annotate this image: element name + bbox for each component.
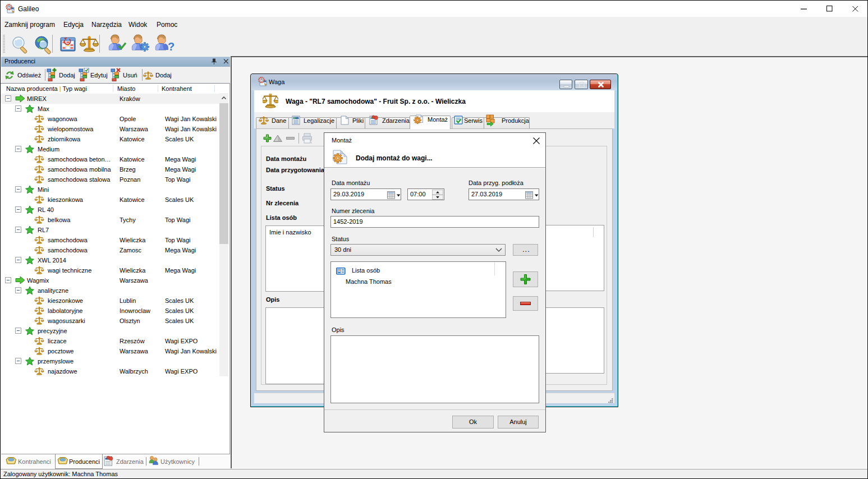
svg-text:?: ? <box>168 40 174 53</box>
